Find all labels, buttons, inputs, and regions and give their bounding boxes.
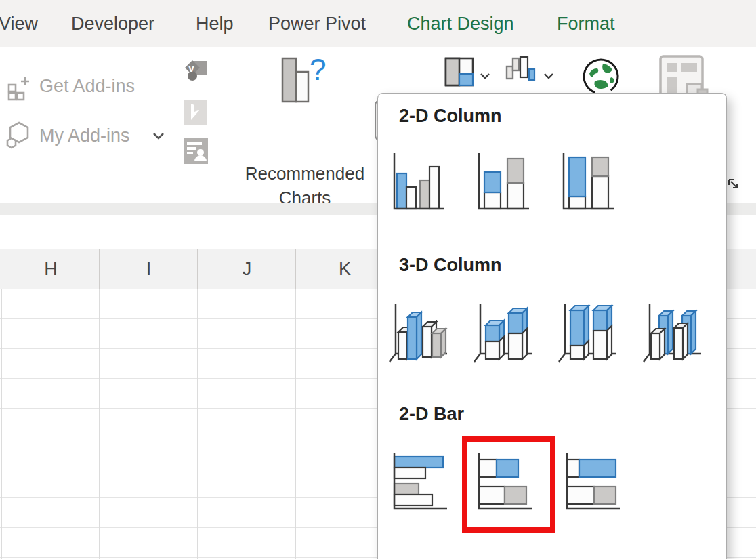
tab-help[interactable]: Help [196, 14, 234, 35]
hierarchy-chart-icon [444, 57, 474, 87]
insert-map-chart-button[interactable] [580, 56, 621, 96]
gallery-item-100-percent-stacked-bar[interactable] [560, 449, 623, 516]
stacked-bar-highlight-box [462, 436, 555, 533]
tab-chart-design[interactable]: Chart Design [407, 14, 514, 35]
tab-developer[interactable]: Developer [71, 14, 154, 35]
column-header-j[interactable]: J [198, 259, 296, 280]
section-title-3d-column: 3-D Column [399, 255, 502, 276]
section-title-2d-bar: 2-D Bar [399, 404, 464, 425]
column-header-i[interactable]: I [100, 259, 198, 280]
tab-power-pivot[interactable]: Power Pivot [268, 14, 366, 35]
section-separator [378, 243, 726, 243]
gallery-item-clustered-bar[interactable] [387, 449, 450, 516]
gallery-item-clustered-column[interactable] [387, 149, 450, 217]
my-addins-icon [5, 121, 34, 149]
gallery-item-3d-100-percent-stacked-column[interactable] [557, 298, 619, 366]
ribbon-tab-bar: View Developer Help Power Pivot Chart De… [0, 0, 756, 47]
get-addins-icon [7, 76, 33, 102]
gallery-item-stacked-column[interactable] [472, 149, 534, 217]
gallery-item-100-percent-stacked-column[interactable] [557, 149, 619, 217]
insert-waterfall-chart-button[interactable] [505, 56, 538, 88]
people-graph-icon[interactable] [184, 138, 208, 164]
chevron-down-icon [478, 72, 492, 81]
excel-window: View Developer Help Power Pivot Chart De… [0, 0, 756, 559]
chart-type-gallery: 2-D Column [377, 93, 727, 559]
column-header-h[interactable]: H [2, 259, 100, 280]
chevron-down-icon [152, 131, 165, 141]
dialog-launcher-icon[interactable] [728, 178, 740, 190]
chevron-down-icon [542, 72, 555, 81]
tab-format[interactable]: Format [557, 14, 615, 35]
recommended-charts-icon: ? [281, 57, 330, 108]
gallery-item-3d-clustered-column[interactable] [387, 298, 450, 366]
svg-text:v: v [188, 62, 194, 74]
waterfall-chart-icon [505, 56, 538, 88]
bing-maps-icon[interactable] [184, 100, 207, 125]
svg-text:?: ? [310, 57, 326, 86]
section-separator [378, 392, 726, 392]
gallery-item-3d-column[interactable] [642, 298, 704, 366]
section-separator [378, 541, 726, 541]
visio-data-visualizer-icon[interactable]: v [184, 60, 208, 84]
section-title-2d-column: 2-D Column [399, 106, 502, 127]
tab-view[interactable]: View [0, 14, 38, 35]
group-divider [224, 56, 224, 199]
gallery-item-3d-stacked-column[interactable] [472, 298, 534, 366]
group-divider [742, 56, 742, 194]
globe-icon [580, 56, 621, 96]
insert-hierarchy-chart-button[interactable] [444, 57, 474, 87]
